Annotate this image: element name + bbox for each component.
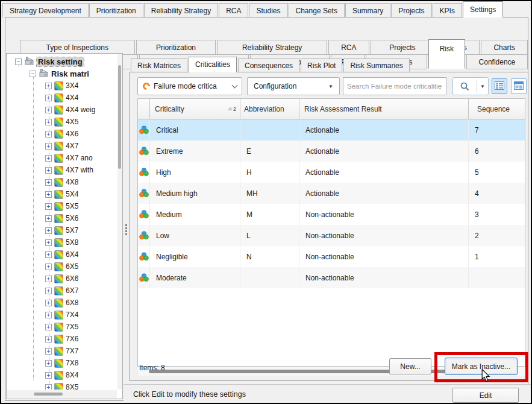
expand-icon[interactable]: + — [45, 384, 52, 390]
expand-icon[interactable]: + — [45, 155, 52, 162]
entity-type-dropdown[interactable]: Failure mode critica — [137, 77, 242, 95]
table-row[interactable]: HighHActionable5 — [138, 162, 525, 183]
edit-button[interactable]: Edit — [452, 388, 519, 403]
tree-item[interactable]: +6X8 — [7, 297, 117, 309]
tree-item[interactable]: +5X6 — [7, 212, 117, 224]
top-tab-change-sets[interactable]: Change Sets — [289, 3, 345, 17]
tree-item[interactable]: +5X5 — [7, 200, 117, 212]
tree-item[interactable]: +8X5 — [7, 381, 117, 390]
tree-item[interactable]: +7X5 — [7, 321, 117, 333]
column-header-criticality[interactable]: Criticality 2 — [150, 99, 240, 119]
tree-item[interactable]: +5X7 — [7, 224, 117, 236]
tree-item[interactable]: +7X4 — [7, 309, 117, 321]
top-tab-kpis[interactable]: KPIs — [433, 3, 462, 17]
tree-item[interactable]: +4X4 weig — [7, 104, 117, 116]
expand-icon[interactable]: + — [45, 203, 52, 210]
tree-item[interactable]: +8X4 — [7, 369, 117, 381]
scrollbar-thumb[interactable] — [34, 393, 63, 396]
column-header-sequence[interactable]: Sequence — [469, 99, 525, 119]
settings-tab-prioritization[interactable]: Prioritization — [136, 40, 216, 55]
mark-as-inactive-button[interactable]: Mark as Inactive... — [445, 358, 518, 375]
column-header-risk-assessment-result[interactable]: Risk Assessment Result — [299, 99, 469, 119]
tree-item[interactable]: +3X4 — [7, 80, 117, 92]
expand-icon[interactable]: + — [45, 348, 52, 355]
table-row[interactable]: ModerateNon-actionable — [138, 267, 525, 288]
tree-item[interactable]: +7X7 — [7, 345, 117, 357]
expand-icon[interactable]: + — [45, 107, 52, 113]
collapse-icon[interactable]: − — [30, 71, 36, 77]
collapse-icon[interactable]: − — [15, 58, 22, 65]
settings-tab-risk[interactable]: Risk — [428, 39, 465, 69]
tree-item[interactable]: +4X4 — [7, 92, 117, 104]
top-tab-prioritization[interactable]: Prioritization — [89, 3, 143, 17]
expand-icon[interactable]: + — [45, 324, 52, 330]
expand-icon[interactable]: + — [45, 360, 52, 367]
settings-tab-reliability-strategy[interactable]: Reliability Strategy — [217, 40, 327, 55]
settings-tab-rca[interactable]: RCA — [328, 40, 369, 55]
tree-item[interactable]: +4X7 — [7, 140, 117, 152]
search-button[interactable]: ▼ — [452, 77, 489, 95]
top-tab-projects[interactable]: Projects — [391, 3, 431, 17]
configuration-dropdown[interactable]: Configuration ▼ — [247, 77, 340, 95]
expand-icon[interactable]: + — [45, 191, 52, 198]
tab-consequences[interactable]: Consequences — [238, 58, 299, 72]
tab-risk-matrices[interactable]: Risk Matrices — [131, 58, 187, 72]
tree-item[interactable]: +5X8 — [7, 236, 117, 248]
expand-icon[interactable]: + — [45, 131, 52, 137]
card-view-button[interactable] — [511, 78, 527, 94]
expand-icon[interactable]: + — [45, 179, 52, 186]
expand-icon[interactable]: + — [45, 264, 52, 270]
table-row[interactable]: Medium highMHActionable4 — [138, 183, 525, 204]
tree-item[interactable]: +6X7 — [7, 285, 117, 297]
expand-icon[interactable]: + — [45, 372, 52, 379]
tree-item[interactable]: −Risk setting — [7, 55, 117, 68]
tab-risk-plot[interactable]: Risk Plot — [301, 58, 342, 72]
search-options-arrow-icon[interactable]: ▼ — [477, 84, 488, 89]
table-row[interactable]: LowLNon-actionable2 — [138, 225, 525, 246]
tree-item[interactable]: +6X6 — [7, 273, 117, 285]
expand-icon[interactable]: + — [45, 119, 52, 125]
tree-item[interactable]: +6X4 — [7, 248, 117, 260]
column-header-abbreviation[interactable]: Abbreviation — [240, 99, 299, 119]
expand-icon[interactable]: + — [45, 300, 52, 306]
table-row[interactable]: ExtremeEActionable6 — [138, 140, 525, 162]
expand-icon[interactable]: + — [45, 312, 52, 318]
search-input[interactable] — [343, 77, 446, 95]
tab-risk-summaries[interactable]: Risk Summaries — [343, 58, 409, 72]
scrollbar-thumb[interactable] — [118, 65, 121, 169]
expand-icon[interactable]: + — [45, 288, 52, 294]
tree-vertical-scrollbar[interactable] — [117, 54, 122, 389]
tree-item[interactable]: +4X7 with — [7, 164, 117, 176]
expand-icon[interactable]: + — [45, 215, 52, 222]
tree-item[interactable]: +5X4 — [7, 188, 117, 200]
table-row[interactable]: MediumMNon-actionable3 — [138, 204, 525, 225]
top-tab-rca[interactable]: RCA — [219, 3, 248, 17]
tree-horizontal-scrollbar[interactable] — [7, 390, 117, 398]
expand-icon[interactable]: + — [45, 167, 52, 174]
tree-item[interactable]: +6X5 — [7, 260, 117, 273]
panel-splitter[interactable] — [124, 53, 129, 399]
tree-item[interactable]: +4X8 — [7, 176, 117, 188]
expand-icon[interactable]: + — [45, 227, 52, 234]
tree-item[interactable]: +7X8 — [7, 357, 117, 369]
top-tab-strategy-development[interactable]: Strategy Development — [2, 3, 89, 17]
table-row[interactable]: NegligibleNNon-actionable1 — [138, 246, 525, 267]
tab-criticalities[interactable]: Criticalities — [189, 57, 237, 72]
top-tab-studies[interactable]: Studies — [249, 3, 287, 17]
expand-icon[interactable]: + — [45, 336, 52, 342]
column-header-icon[interactable] — [138, 99, 150, 119]
expand-icon[interactable]: + — [45, 276, 52, 282]
expand-icon[interactable]: + — [45, 95, 52, 101]
expand-icon[interactable]: + — [45, 83, 52, 89]
tree-item[interactable]: +4X5 — [7, 116, 117, 128]
tree-item[interactable]: +4X6 — [7, 128, 117, 140]
top-tab-settings[interactable]: Settings — [463, 1, 503, 17]
settings-tab-projects[interactable]: Projects — [371, 40, 434, 55]
table-row[interactable]: CriticalActionable7 — [138, 119, 525, 140]
tree-item[interactable]: +7X6 — [7, 333, 117, 345]
tree-item[interactable]: −Risk matri — [7, 68, 117, 80]
top-tab-reliability-strategy[interactable]: Reliability Strategy — [144, 3, 218, 17]
settings-tab-charts[interactable]: Charts — [481, 40, 528, 55]
list-view-button[interactable] — [492, 78, 507, 94]
expand-icon[interactable]: + — [45, 239, 52, 246]
